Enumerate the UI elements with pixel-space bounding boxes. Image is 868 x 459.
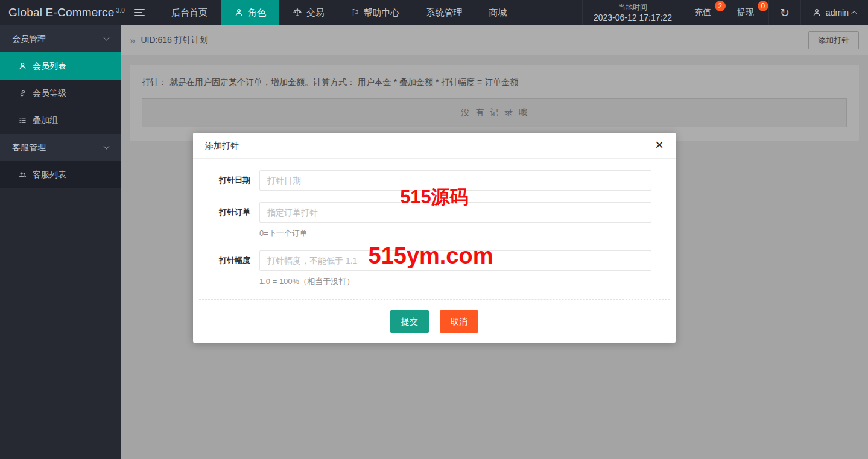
nav-label: 角色 (248, 7, 266, 19)
list-icon (18, 116, 27, 125)
sidebar-item-stack-group[interactable]: 叠加组 (0, 107, 121, 134)
refresh-icon: ↻ (780, 6, 790, 20)
injection-order-hint: 0=下一个订单 (259, 228, 651, 239)
sidebar-item-member-list[interactable]: 会员列表 (0, 52, 121, 80)
sidebar-item-label: 叠加组 (33, 115, 58, 126)
add-injection-modal: 添加打针 × 打针日期 打针订单 0=下一个订单 打针幅度 1.0 = 100%… (193, 133, 676, 343)
sidebar-group-member-management[interactable]: 会员管理 (0, 25, 121, 52)
submit-button[interactable]: 提交 (390, 310, 429, 333)
recharge-button[interactable]: 充值 2 (683, 0, 726, 25)
sidebar: 会员管理 会员列表 会员等级 叠加组 客服管理 客服列表 (0, 25, 121, 459)
cancel-button[interactable]: 取消 (440, 310, 478, 333)
person-icon (234, 8, 244, 17)
sidebar-item-label: 会员列表 (33, 61, 66, 72)
sidebar-item-member-level[interactable]: 会员等级 (0, 80, 121, 107)
username: admin (826, 8, 849, 17)
user-icon (812, 8, 822, 17)
topbar: Global E-Commerce3.0 后台首页 角色 交易 ⚐ 帮助中心 系 (0, 0, 868, 25)
user-menu[interactable]: admin (800, 0, 868, 25)
modal-body: 打针日期 打针订单 0=下一个订单 打针幅度 1.0 = 100%（相当于没打） (193, 159, 676, 299)
withdraw-badge: 0 (758, 1, 768, 11)
sidebar-item-service-list[interactable]: 客服列表 (0, 161, 121, 188)
withdraw-button[interactable]: 提现 0 (726, 0, 768, 25)
injection-order-label: 打针订单 (193, 202, 259, 239)
app-logo: Global E-Commerce3.0 (0, 0, 121, 25)
sidebar-group-label: 客服管理 (12, 142, 46, 153)
modal-title: 添加打针 (205, 141, 239, 150)
sidebar-item-label: 客服列表 (33, 169, 66, 180)
injection-date-label: 打针日期 (193, 170, 259, 191)
recharge-badge: 2 (715, 1, 726, 11)
top-navigation: 后台首页 角色 交易 ⚐ 帮助中心 系统管理 商城 (121, 0, 520, 25)
chevron-down-icon (104, 144, 110, 150)
modal-footer: 提交 取消 (199, 299, 670, 343)
scales-icon (293, 8, 302, 17)
local-time: 当地时间 2023-06-12 17:17:22 (582, 0, 683, 25)
watermark-url: 515ym.com (368, 243, 493, 269)
close-icon[interactable]: × (651, 133, 667, 158)
refresh-button[interactable]: ↻ (768, 0, 800, 25)
nav-item-help-center[interactable]: ⚐ 帮助中心 (338, 0, 413, 25)
local-time-label: 当地时间 (618, 2, 647, 12)
app-title: Global E-Commerce (8, 6, 115, 19)
chevron-up-icon (851, 10, 857, 16)
chevron-down-icon (104, 35, 110, 41)
modal-header: 添加打针 × (193, 133, 676, 159)
app-version: 3.0 (116, 7, 125, 14)
recharge-label: 充值 (694, 7, 711, 18)
local-time-value: 2023-06-12 17:17:22 (594, 12, 672, 23)
nav-item-system[interactable]: 系统管理 (413, 0, 475, 25)
nav-label: 后台首页 (171, 7, 207, 19)
nav-item-trade[interactable]: 交易 (279, 0, 338, 25)
sidebar-item-label: 会员等级 (33, 88, 66, 99)
withdraw-label: 提现 (737, 7, 754, 18)
injection-rate-label: 打针幅度 (193, 250, 259, 287)
nav-item-mall[interactable]: 商城 (475, 0, 520, 25)
nav-label: 系统管理 (426, 7, 462, 19)
flag-icon: ⚐ (351, 7, 359, 18)
hamburger-icon (134, 9, 145, 16)
nav-label: 交易 (306, 7, 325, 19)
watermark-text: 515源码 (400, 185, 469, 210)
people-icon (18, 170, 27, 179)
sidebar-group-label: 会员管理 (12, 34, 46, 45)
nav-label: 帮助中心 (363, 7, 399, 19)
topbar-right: 当地时间 2023-06-12 17:17:22 充值 2 提现 0 ↻ adm… (582, 0, 868, 25)
sidebar-group-service-management[interactable]: 客服管理 (0, 134, 121, 161)
nav-item-dashboard[interactable]: 后台首页 (158, 0, 221, 25)
link-icon (18, 89, 27, 98)
nav-item-roles[interactable]: 角色 (221, 0, 279, 25)
nav-label: 商城 (489, 7, 507, 19)
person-icon (18, 62, 27, 71)
menu-toggle[interactable] (121, 0, 158, 25)
injection-rate-hint: 1.0 = 100%（相当于没打） (259, 276, 651, 287)
